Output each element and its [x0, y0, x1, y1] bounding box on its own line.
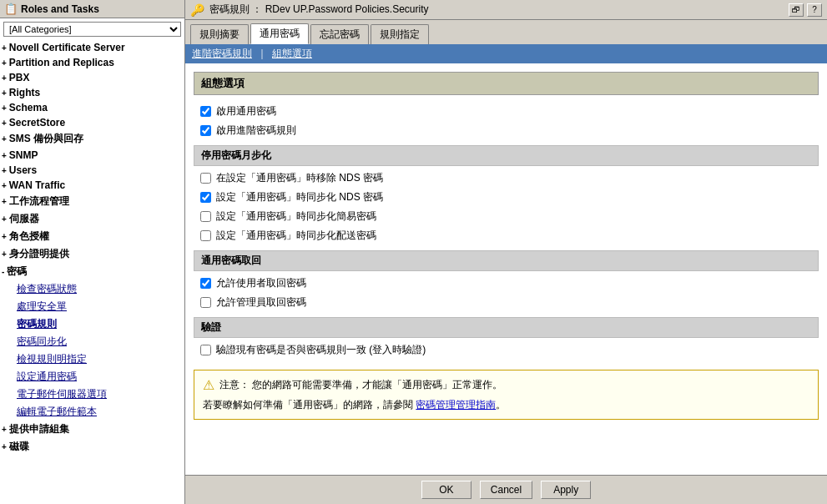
sidebar-item-label: SMS 備份與回存 — [9, 132, 83, 146]
breadcrumb-config[interactable]: 組態選項 — [272, 47, 312, 61]
sidebar-item-check-rules[interactable]: 檢視規則明指定 — [0, 350, 184, 368]
expand-icon: + — [2, 151, 7, 160]
help-icon: ? — [812, 5, 817, 14]
sidebar-item-security[interactable]: 處理安全單 — [0, 298, 184, 315]
checkbox-allow-admin-retrieve: 允許管理員取回密碼 — [194, 293, 819, 312]
verify-section-label: 驗證 — [194, 317, 819, 338]
sidebar-item-label: SNMP — [9, 149, 38, 161]
tab-universal[interactable]: 通用密碼 — [250, 23, 309, 44]
sidebar-item-edit-email[interactable]: 編輯電子郵件範本 — [0, 403, 184, 421]
sidebar-item-secretstore[interactable]: + SecretStore — [0, 115, 184, 130]
tab-summary-label: 規則摘要 — [199, 28, 240, 40]
breadcrumb-advanced[interactable]: 進階密碼規則 — [192, 47, 252, 61]
sidebar-item-wan-traffic[interactable]: + WAN Traffic — [0, 178, 184, 193]
tab-forgotten[interactable]: 忘記密碼 — [310, 24, 369, 44]
ok-button[interactable]: OK — [421, 481, 471, 499]
sidebar-item-email-server[interactable]: 電子郵件伺服器選項 — [0, 386, 184, 403]
verify-login-checkbox[interactable] — [200, 345, 211, 355]
sidebar-item-label: 檢視規則明指定 — [17, 352, 87, 366]
sidebar-item-provide-apply[interactable]: + 提供申請組集 — [0, 421, 184, 438]
sidebar-item-password-rules[interactable]: 密碼規則 — [0, 315, 184, 333]
sidebar-item-label: PBX — [9, 72, 30, 83]
resize-button[interactable]: 🗗 — [789, 3, 804, 17]
sidebar-item-disk[interactable]: + 磁碟 — [0, 438, 184, 456]
panel-body: 組態選項 啟用通用密碼 啟用進階密碼規則 停用密碼月步化 在設定「通用密碼」時移… — [185, 63, 827, 475]
window-controls: 🗗 ? — [789, 3, 822, 17]
enable-universal-checkbox[interactable] — [200, 106, 211, 117]
sidebar-item-label: Schema — [9, 102, 48, 113]
enable-advanced-checkbox[interactable] — [200, 125, 211, 136]
checkbox-sync-nds: 設定「通用密碼」時同步化 NDS 密碼 — [194, 188, 819, 207]
expand-icon: + — [2, 118, 7, 128]
remove-nds-label: 在設定「通用密碼」時移除 NDS 密碼 — [216, 171, 383, 185]
checkbox-remove-nds: 在設定「通用密碼」時移除 NDS 密碼 — [194, 169, 819, 188]
expand-icon: + — [2, 214, 7, 224]
sidebar-item-novell-certificate-server[interactable]: + Novell Certificate Server — [0, 40, 184, 55]
expand-icon: + — [2, 197, 7, 206]
expand-icon: + — [2, 232, 7, 241]
tabs-container: 規則摘要 通用密碼 忘記密碼 規則指定 — [185, 20, 827, 44]
sidebar-item-snmp[interactable]: + SNMP — [0, 148, 184, 163]
sidebar-item-label: 電子郵件伺服器選項 — [17, 387, 107, 401]
sidebar-item-label: Novell Certificate Server — [9, 42, 125, 53]
retrieval-section-label: 通用密碼取回 — [194, 250, 819, 271]
sidebar: 📋 Roles and Tasks [All Categories] + Nov… — [0, 0, 185, 504]
sidebar-item-check-password[interactable]: 檢查密碼狀態 — [0, 280, 184, 298]
allow-admin-retrieve-checkbox[interactable] — [200, 297, 211, 308]
sync-distribute-checkbox[interactable] — [200, 230, 211, 241]
notice-box: ⚠ 注意： 您的網路可能需要準備，才能讓「通用密碼」正常運作。 若要瞭解如何準備… — [194, 370, 819, 420]
sidebar-item-password-sync[interactable]: 密碼同步化 — [0, 333, 184, 350]
cancel-button[interactable]: Cancel — [480, 481, 532, 499]
sidebar-item-label: 檢查密碼狀態 — [17, 282, 77, 296]
checkbox-sync-distribute: 設定「通用密碼」時同步化配送密碼 — [194, 226, 819, 245]
tab-summary[interactable]: 規則摘要 — [190, 24, 249, 44]
sidebar-item-sms[interactable]: + SMS 備份與回存 — [0, 130, 184, 148]
sidebar-item-label: 伺服器 — [9, 212, 39, 226]
sidebar-item-identity[interactable]: + 身分證明提供 — [0, 245, 184, 263]
sidebar-item-label: 提供申請組集 — [9, 422, 69, 436]
sync-nds-label: 設定「通用密碼」時同步化 NDS 密碼 — [216, 190, 383, 204]
sync-nds-checkbox[interactable] — [200, 192, 211, 203]
breadcrumb-bar: 進階密碼規則 ｜ 組態選項 — [185, 44, 827, 63]
sidebar-item-workflow[interactable]: + 工作流程管理 — [0, 193, 184, 210]
allow-user-retrieve-checkbox[interactable] — [200, 278, 211, 289]
sidebar-item-partition-replicas[interactable]: + Partition and Replicas — [0, 55, 184, 70]
window-title: 🔑 密碼規則 ： RDev UP.Password Policies.Secur… — [190, 3, 429, 17]
tab-assign[interactable]: 規則指定 — [371, 24, 429, 44]
window-title-text: 密碼規則 ： RDev UP.Password Policies.Securit… — [209, 3, 429, 17]
remove-nds-checkbox[interactable] — [200, 173, 211, 184]
help-button[interactable]: ? — [807, 3, 822, 17]
sidebar-item-label: 角色授權 — [9, 229, 49, 244]
sidebar-item-set-password[interactable]: 設定通用密碼 — [0, 368, 184, 386]
tab-forgotten-label: 忘記密碼 — [320, 28, 360, 40]
warning-icon: ⚠ — [203, 377, 214, 393]
sidebar-item-label: 設定通用密碼 — [17, 370, 77, 384]
sidebar-item-users[interactable]: + Users — [0, 163, 184, 178]
apply-label: Apply — [553, 484, 578, 496]
window-titlebar: 🔑 密碼規則 ： RDev UP.Password Policies.Secur… — [185, 0, 827, 20]
tab-assign-label: 規則指定 — [380, 28, 420, 40]
sidebar-item-schema[interactable]: + Schema — [0, 100, 184, 115]
sidebar-title: Roles and Tasks — [21, 3, 99, 15]
allow-user-retrieve-label: 允許使用者取回密碼 — [216, 276, 306, 290]
sync-simple-checkbox[interactable] — [200, 211, 211, 222]
sidebar-item-rights[interactable]: + Rights — [0, 85, 184, 100]
expand-icon: + — [2, 58, 7, 68]
apply-button[interactable]: Apply — [541, 481, 591, 499]
notice-line2: 若要瞭解如何準備「通用密碼」的網路，請參閱 密碼管理管理指南。 — [203, 398, 809, 412]
notice-header: ⚠ 注意： 您的網路可能需要準備，才能讓「通用密碼」正常運作。 — [203, 377, 809, 393]
expand-icon: + — [2, 181, 7, 190]
sidebar-item-label: 密碼 — [7, 265, 27, 279]
verify-login-label: 驗證現有密碼是否與密碼規則一致 (登入時驗證) — [216, 343, 426, 357]
sidebar-item-password-group[interactable]: - 密碼 — [0, 263, 184, 280]
sidebar-item-label: 處理安全單 — [17, 300, 67, 314]
sidebar-item-server[interactable]: + 伺服器 — [0, 210, 184, 228]
checkbox-verify-login: 驗證現有密碼是否與密碼規則一致 (登入時驗證) — [194, 340, 819, 360]
category-dropdown[interactable]: [All Categories] — [3, 22, 181, 37]
sidebar-item-pbx[interactable]: + PBX — [0, 70, 184, 85]
tab-universal-label: 通用密碼 — [260, 28, 300, 39]
sidebar-item-role-auth[interactable]: + 角色授權 — [0, 228, 184, 245]
sidebar-item-label: SecretStore — [9, 117, 65, 129]
notice-link[interactable]: 密碼管理管理指南 — [416, 399, 496, 411]
expand-icon: + — [2, 442, 7, 451]
